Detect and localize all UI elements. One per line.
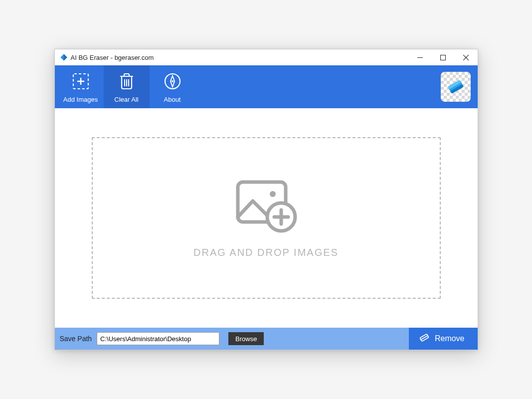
svg-rect-3 xyxy=(441,55,446,60)
save-path-input[interactable] xyxy=(97,332,219,345)
browse-button[interactable]: Browse xyxy=(228,332,264,345)
app-icon xyxy=(60,53,68,61)
remove-button-label: Remove xyxy=(435,334,465,343)
save-path-label: Save Path xyxy=(60,335,92,343)
toolbar: Add Images Clear All xyxy=(55,65,478,108)
remove-button[interactable]: Remove xyxy=(409,328,478,350)
eraser-icon xyxy=(419,332,430,345)
dropzone[interactable]: DRAG AND DROP IMAGES xyxy=(92,137,441,299)
browse-button-label: Browse xyxy=(235,335,257,343)
tool-label: Add Images xyxy=(63,96,98,103)
main-area: DRAG AND DROP IMAGES xyxy=(55,108,478,328)
svg-marker-1 xyxy=(64,54,67,60)
app-window: AI BG Eraser - bgeraser.com Add Images xyxy=(54,49,478,350)
footer: Save Path Browse Remove xyxy=(55,328,478,350)
tool-label: Clear All xyxy=(114,96,138,103)
svg-point-19 xyxy=(270,191,276,197)
window-title: AI BG Eraser - bgeraser.com xyxy=(71,54,154,61)
maximize-button[interactable] xyxy=(432,49,455,65)
eraser-logo-icon xyxy=(445,76,467,98)
trash-icon xyxy=(116,71,137,92)
minimize-button[interactable] xyxy=(409,49,432,65)
compass-icon xyxy=(162,71,183,92)
dropzone-text: DRAG AND DROP IMAGES xyxy=(193,247,339,258)
add-image-icon xyxy=(234,178,299,233)
tool-label: About xyxy=(164,96,181,103)
titlebar: AI BG Eraser - bgeraser.com xyxy=(55,49,478,65)
about-button[interactable]: About xyxy=(150,65,195,108)
app-logo xyxy=(441,72,471,102)
add-images-button[interactable]: Add Images xyxy=(58,65,104,108)
svg-point-14 xyxy=(172,80,174,82)
clear-all-button[interactable]: Clear All xyxy=(104,65,150,108)
close-button[interactable] xyxy=(455,49,478,65)
add-images-icon xyxy=(70,71,91,92)
